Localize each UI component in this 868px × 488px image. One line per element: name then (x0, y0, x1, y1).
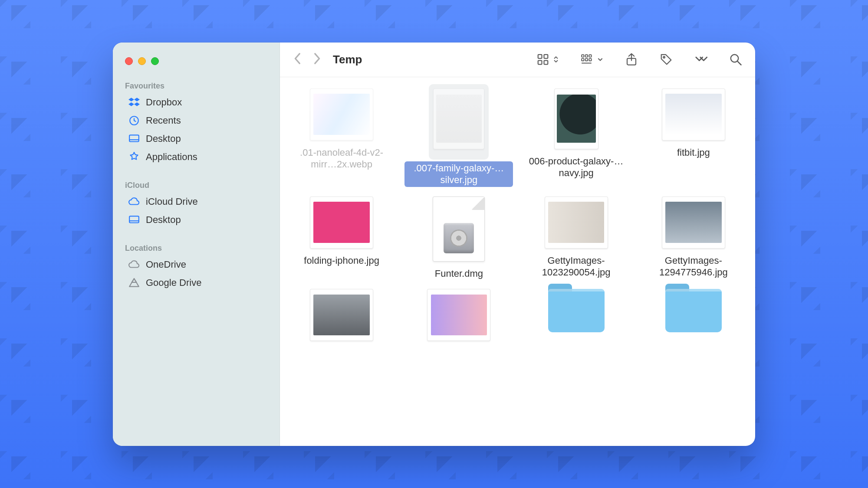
sidebar-section-header: iCloud (113, 177, 279, 193)
finder-window: FavouritesDropboxRecentsDesktopApplicati… (113, 43, 755, 446)
svg-rect-9 (538, 61, 542, 65)
toolbar: Temp (280, 43, 755, 77)
file-item[interactable] (403, 289, 514, 347)
sidebar-item-label: iCloud Drive (146, 196, 198, 207)
image-thumbnail (662, 88, 725, 141)
svg-rect-15 (585, 59, 588, 61)
folder-icon (665, 289, 722, 332)
sidebar-section-header: Favourites (113, 77, 279, 93)
svg-marker-6 (132, 278, 137, 282)
clock-icon (128, 115, 140, 126)
file-item[interactable]: Funter.dmg (403, 197, 514, 280)
forward-button[interactable] (312, 52, 322, 66)
file-name: fitbit.jpg (677, 147, 710, 159)
main-pane: Temp (280, 43, 755, 446)
sidebar-item-desktop[interactable]: Desktop (116, 130, 276, 148)
file-item[interactable]: 006-product-galaxy-…navy.jpg (521, 88, 632, 187)
file-item[interactable] (521, 289, 632, 347)
image-thumbnail (662, 197, 725, 249)
file-name: Funter.dmg (435, 268, 483, 280)
svg-rect-10 (544, 61, 548, 65)
file-item[interactable]: GettyImages-1023290054.jpg (521, 197, 632, 280)
sidebar-item-label: Dropbox (146, 97, 182, 108)
svg-rect-8 (544, 55, 548, 59)
window-controls (113, 55, 279, 77)
search-button[interactable] (729, 53, 742, 66)
file-name: .01-nanoleaf-4d-v2-mirr…2x.webp (287, 147, 396, 170)
sidebar-item-applications[interactable]: Applications (116, 148, 276, 166)
file-item[interactable] (638, 289, 749, 347)
desktop-backdrop: FavouritesDropboxRecentsDesktopApplicati… (0, 0, 868, 488)
minimize-button[interactable] (138, 57, 146, 65)
sidebar-item-onedrive[interactable]: OneDrive (116, 255, 276, 274)
svg-rect-16 (589, 59, 591, 61)
sidebar-item-recents[interactable]: Recents (116, 111, 276, 130)
sidebar-item-label: OneDrive (146, 259, 186, 270)
file-name: GettyImages-1023290054.jpg (522, 255, 631, 278)
svg-rect-11 (582, 55, 584, 57)
image-thumbnail (554, 88, 598, 149)
dmg-icon (433, 197, 485, 262)
svg-point-19 (663, 56, 665, 58)
sidebar-section-header: Locations (113, 239, 279, 255)
svg-line-21 (737, 61, 741, 65)
svg-rect-14 (582, 59, 584, 61)
image-thumbnail (310, 88, 373, 141)
file-item[interactable]: folding-iphone.jpg (286, 197, 397, 280)
image-thumbnail (310, 289, 373, 341)
sidebar-item-label: Applications (146, 151, 197, 163)
sidebar-item-label: Recents (146, 115, 181, 126)
more-button[interactable] (694, 53, 707, 66)
cloud-icon (128, 196, 140, 207)
svg-rect-3 (129, 216, 139, 223)
sidebar-item-label: Desktop (146, 214, 181, 226)
desktop-icon (128, 214, 140, 226)
sidebar-item-desktop[interactable]: Desktop (116, 211, 276, 229)
apps-icon (128, 151, 140, 163)
file-name: 006-product-galaxy-…navy.jpg (522, 155, 631, 179)
folder-icon (548, 289, 605, 332)
file-item[interactable]: .01-nanoleaf-4d-v2-mirr…2x.webp (286, 88, 397, 187)
sidebar-item-label: Google Drive (146, 277, 201, 288)
cloud-gray-icon (128, 259, 140, 270)
dropbox-icon (128, 97, 140, 108)
tags-button[interactable] (660, 53, 673, 66)
sidebar: FavouritesDropboxRecentsDesktopApplicati… (113, 43, 280, 446)
image-thumbnail (427, 289, 490, 341)
file-name: .007-family-galaxy-…silver.jpg (404, 161, 513, 187)
svg-rect-1 (129, 135, 139, 141)
file-item[interactable]: fitbit.jpg (638, 88, 749, 187)
gdrive-icon (128, 277, 140, 288)
file-item[interactable] (286, 289, 397, 347)
group-by-button[interactable] (581, 53, 603, 66)
image-thumbnail (545, 197, 608, 249)
file-grid-container: .01-nanoleaf-4d-v2-mirr…2x.webp.007-fami… (280, 77, 755, 446)
desktop-icon (128, 133, 140, 144)
close-button[interactable] (125, 57, 133, 65)
sidebar-item-icloud-drive[interactable]: iCloud Drive (116, 193, 276, 211)
svg-rect-13 (589, 55, 591, 57)
svg-rect-12 (585, 55, 588, 57)
view-mode-button[interactable] (536, 53, 559, 66)
sidebar-item-dropbox[interactable]: Dropbox (116, 93, 276, 111)
image-thumbnail (310, 197, 373, 249)
back-button[interactable] (293, 52, 302, 66)
file-item[interactable]: GettyImages-1294775946.jpg (638, 197, 749, 280)
svg-rect-7 (538, 55, 542, 59)
share-button[interactable] (625, 53, 638, 66)
file-name: folding-iphone.jpg (304, 255, 379, 267)
file-item[interactable]: .007-family-galaxy-…silver.jpg (403, 88, 514, 187)
sidebar-item-google-drive[interactable]: Google Drive (116, 274, 276, 292)
folder-title: Temp (333, 53, 362, 66)
file-name: GettyImages-1294775946.jpg (639, 255, 748, 278)
image-thumbnail (433, 88, 484, 149)
sidebar-item-label: Desktop (146, 133, 181, 144)
maximize-button[interactable] (151, 57, 159, 65)
